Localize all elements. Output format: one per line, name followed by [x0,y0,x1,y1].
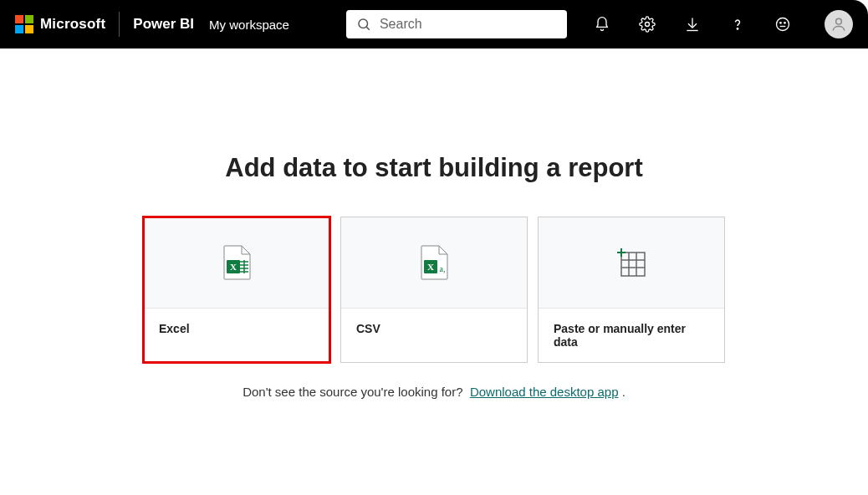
svg-point-4 [777,18,789,31]
account-avatar[interactable] [825,10,853,38]
user-icon [830,16,847,33]
card-excel[interactable]: X Excel [143,217,330,363]
app-header: Microsoft Power BI My workspace [0,0,868,48]
help-icon[interactable] [729,16,746,33]
svg-point-6 [784,23,786,24]
svg-rect-18 [621,253,645,276]
microsoft-logo-icon [15,15,33,33]
svg-text:a,: a, [440,264,446,273]
svg-line-1 [366,27,369,29]
footer-text: Don't see the source you're looking for?… [243,385,625,399]
workspace-name[interactable]: My workspace [209,18,289,32]
excel-file-icon: X [222,245,252,280]
card-csv-label: CSV [341,309,527,360]
download-app-link[interactable]: Download the desktop app [470,385,619,399]
footer-prompt: Don't see the source you're looking for? [243,385,462,399]
microsoft-logo[interactable]: Microsoft [15,15,105,33]
card-manual-label: Paste or manually enter data [539,309,724,362]
divider [119,12,120,37]
csv-file-icon: X a, [419,245,449,280]
search-icon [356,17,371,32]
table-plus-icon [615,246,648,279]
svg-text:X: X [230,262,237,272]
search-input[interactable] [380,17,557,32]
card-excel-label: Excel [144,309,329,360]
svg-point-3 [737,28,738,29]
notifications-icon[interactable] [594,16,610,33]
page-title: Add data to start building a report [225,153,642,183]
card-csv-preview: X a, [341,217,527,309]
svg-point-2 [646,23,650,27]
download-icon[interactable] [684,16,701,33]
footer-period: . [622,385,625,399]
svg-point-0 [359,19,368,28]
svg-point-5 [780,23,782,24]
product-name[interactable]: Power BI [133,16,194,33]
data-source-cards: X Excel X a, CSV [143,217,725,363]
card-csv[interactable]: X a, CSV [340,217,528,363]
settings-icon[interactable] [639,16,656,33]
svg-point-7 [836,18,842,24]
card-manual[interactable]: Paste or manually enter data [538,217,725,363]
card-excel-preview: X [144,217,329,309]
feedback-icon[interactable] [774,16,791,33]
svg-text:X: X [427,262,434,272]
microsoft-label: Microsoft [40,16,105,33]
search-input-wrap[interactable] [346,10,567,38]
main-content: Add data to start building a report X Ex… [0,48,868,399]
header-actions [594,10,853,38]
card-manual-preview [539,217,724,309]
